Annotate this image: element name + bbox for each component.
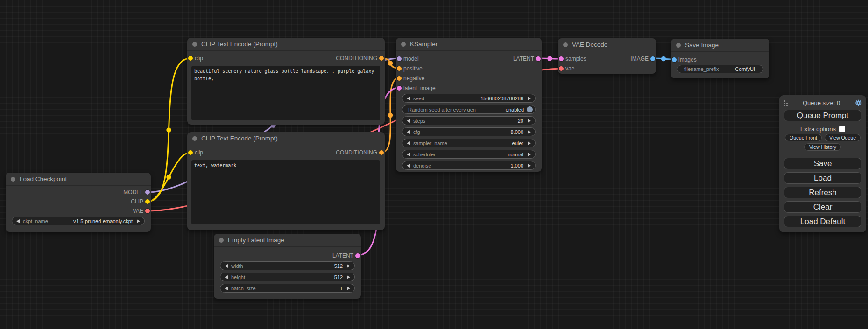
widget-steps[interactable]: steps 20 xyxy=(402,116,536,125)
output-row-vae: VAE xyxy=(6,206,151,216)
settings-gear-icon[interactable] xyxy=(855,99,862,106)
node-title-bar[interactable]: Empty Latent Image xyxy=(214,234,361,247)
output-port-clip[interactable] xyxy=(145,199,150,204)
widget-value: ComfyUI xyxy=(735,66,755,72)
prompt-textarea[interactable]: text, watermark xyxy=(191,160,380,224)
input-port-positive[interactable] xyxy=(397,66,402,71)
node-title-bar[interactable]: CLIP Text Encode (Prompt) xyxy=(187,132,385,145)
node-status-icon xyxy=(676,43,681,48)
widget-filename-prefix[interactable]: filename_prefix ComfyUI xyxy=(677,65,763,73)
extra-options-label: Extra options xyxy=(800,126,836,133)
node-load-checkpoint[interactable]: Load Checkpoint MODEL CLIP VAE ckpt_name… xyxy=(6,173,151,232)
increment-arrow-icon[interactable] xyxy=(347,264,350,268)
widget-scheduler[interactable]: scheduler normal xyxy=(402,150,536,159)
widget-name: scheduler xyxy=(413,152,436,157)
input-port-model[interactable] xyxy=(397,56,402,61)
widget-name: height xyxy=(231,274,245,280)
queue-menu-panel: Queue size: 0 Queue Prompt Extra options… xyxy=(779,95,866,232)
save-button[interactable]: Save xyxy=(784,158,861,169)
increment-arrow-icon[interactable] xyxy=(137,219,140,223)
input-label-latent-image: latent_image xyxy=(403,85,436,91)
node-ksampler[interactable]: KSampler model LATENT positive negative … xyxy=(396,38,542,172)
node-title-bar[interactable]: KSampler xyxy=(396,38,542,51)
link-midpoint-dot-decode-image-to-save xyxy=(661,56,666,61)
load-button[interactable]: Load xyxy=(784,172,861,184)
port-row: clip CONDITIONING xyxy=(187,147,385,158)
widget-sampler-name[interactable]: sampler_name euler xyxy=(402,139,536,147)
node-title-bar[interactable]: VAE Decode xyxy=(558,38,656,51)
widget-cfg[interactable]: cfg 8.000 xyxy=(402,127,536,136)
decrement-arrow-icon[interactable] xyxy=(407,130,410,134)
drag-handle-icon[interactable] xyxy=(783,99,788,106)
increment-arrow-icon[interactable] xyxy=(528,130,531,134)
input-port-images[interactable] xyxy=(672,57,677,62)
increment-arrow-icon[interactable] xyxy=(528,119,531,123)
output-port-conditioning[interactable] xyxy=(379,56,384,61)
queue-size-label: Queue size: 0 xyxy=(788,99,855,106)
increment-arrow-icon[interactable] xyxy=(528,153,531,156)
toggle-icon[interactable] xyxy=(527,106,533,112)
output-port-latent[interactable] xyxy=(536,56,541,61)
widget-height[interactable]: height 512 xyxy=(220,273,355,281)
view-queue-button[interactable]: View Queue xyxy=(825,134,861,141)
node-vae-decode[interactable]: VAE Decode samples IMAGE vae xyxy=(558,38,656,74)
decrement-arrow-icon[interactable] xyxy=(407,97,410,100)
decrement-arrow-icon[interactable] xyxy=(225,287,228,290)
increment-arrow-icon[interactable] xyxy=(528,164,531,168)
node-clip-text-encode-negative[interactable]: CLIP Text Encode (Prompt) clip CONDITION… xyxy=(187,132,385,230)
node-title-bar[interactable]: Load Checkpoint xyxy=(6,173,151,186)
input-port-clip[interactable] xyxy=(188,150,193,155)
link-midpoint-dot-negative-conditioning-to-ksampler xyxy=(388,113,393,118)
output-port-image[interactable] xyxy=(650,56,655,61)
comfyui-canvas[interactable]: { "nodes": { "load_checkpoint": { "title… xyxy=(0,0,868,329)
input-label-clip: clip xyxy=(195,149,203,156)
node-status-icon xyxy=(11,177,15,182)
menu-header: Queue size: 0 xyxy=(779,98,866,107)
widget-width[interactable]: width 512 xyxy=(220,261,355,270)
widget-seed[interactable]: seed 156680208700286 xyxy=(402,94,536,103)
node-save-image[interactable]: Save Image images filename_prefix ComfyU… xyxy=(671,39,769,78)
widget-name: Random seed after every gen xyxy=(408,107,476,112)
widget-value: 20 xyxy=(518,118,523,124)
widget-batch-size[interactable]: batch_size 1 xyxy=(220,284,355,293)
input-port-clip[interactable] xyxy=(188,56,193,61)
widget-denoise[interactable]: denoise 1.000 xyxy=(402,161,536,170)
decrement-arrow-icon[interactable] xyxy=(225,264,228,268)
output-port-conditioning[interactable] xyxy=(379,150,384,155)
input-label-negative: negative xyxy=(403,75,424,82)
input-port-vae[interactable] xyxy=(559,66,564,71)
node-empty-latent-image[interactable]: Empty Latent Image LATENT width 512 heig… xyxy=(214,234,361,299)
output-port-vae[interactable] xyxy=(145,209,150,213)
input-port-samples[interactable] xyxy=(559,56,564,61)
decrement-arrow-icon[interactable] xyxy=(407,164,410,168)
increment-arrow-icon[interactable] xyxy=(528,141,531,145)
node-clip-text-encode-positive[interactable]: CLIP Text Encode (Prompt) clip CONDITION… xyxy=(187,38,385,125)
input-port-negative[interactable] xyxy=(397,76,402,81)
refresh-button[interactable]: Refresh xyxy=(784,187,861,198)
decrement-arrow-icon[interactable] xyxy=(225,275,228,279)
widget-ckpt-name[interactable]: ckpt_name v1-5-pruned-emaonly.ckpt xyxy=(12,217,145,225)
decrement-arrow-icon[interactable] xyxy=(407,141,410,145)
increment-arrow-icon[interactable] xyxy=(347,275,350,279)
load-default-button[interactable]: Load Default xyxy=(784,216,861,227)
node-title-bar[interactable]: CLIP Text Encode (Prompt) xyxy=(187,38,385,51)
output-port-latent[interactable] xyxy=(355,253,360,258)
output-port-model[interactable] xyxy=(145,190,150,195)
decrement-arrow-icon[interactable] xyxy=(16,219,20,223)
widget-name: seed xyxy=(413,96,424,101)
queue-front-button[interactable]: Queue Front xyxy=(785,134,822,141)
decrement-arrow-icon[interactable] xyxy=(407,153,410,156)
input-port-latent-image[interactable] xyxy=(397,86,402,91)
port-row-negative: negative xyxy=(396,73,542,83)
node-title-bar[interactable]: Save Image xyxy=(671,39,769,52)
view-history-button[interactable]: View History xyxy=(804,143,841,151)
queue-prompt-button[interactable]: Queue Prompt xyxy=(784,110,861,121)
decrement-arrow-icon[interactable] xyxy=(407,119,410,123)
node-status-icon xyxy=(401,42,406,47)
clear-button[interactable]: Clear xyxy=(784,201,861,213)
extra-options-checkbox[interactable] xyxy=(839,126,845,132)
prompt-textarea[interactable]: beautiful scenery nature glass bottle la… xyxy=(191,66,380,120)
increment-arrow-icon[interactable] xyxy=(347,287,350,290)
widget-random-seed-toggle[interactable]: Random seed after every gen enabled xyxy=(402,105,536,114)
increment-arrow-icon[interactable] xyxy=(528,97,531,100)
